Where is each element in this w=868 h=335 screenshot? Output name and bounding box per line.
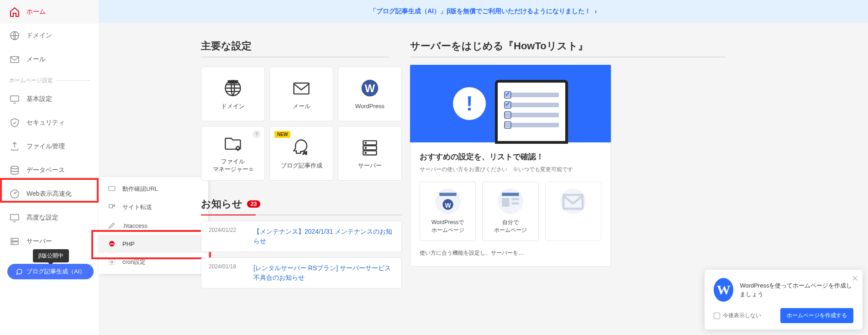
sidebar-item-label: データベース — [26, 166, 65, 174]
notice-item[interactable]: 2024/01/22 【メンテナンス】2024/1/31 メンテナンスのお知らせ — [201, 221, 402, 252]
sidebar-item-label: Web表示高速化 — [26, 190, 72, 198]
page-icon — [498, 188, 523, 214]
sidebar-item-label: セキュリティ — [26, 119, 65, 127]
server-icon — [360, 137, 380, 157]
svg-rect-5 — [11, 215, 19, 220]
sidebar-item-label: ドメイン — [26, 31, 52, 40]
sidebar-section: ホームページ設定 — [0, 71, 99, 87]
notice-item[interactable]: 2024/01/18 [レンタルサーバー RSプラン] サーバーサービス不具合の… — [201, 257, 402, 288]
notice-date: 2024/01/22 — [209, 227, 244, 246]
server-icon — [9, 236, 20, 247]
sidebar: ホーム ドメイン メール ホームページ設定 基本設定 セキュリティ ファイル管理… — [0, 0, 99, 335]
notice-heading: お知らせ 23 — [201, 197, 402, 211]
svg-rect-17 — [294, 83, 309, 94]
www-globe-icon: WWW — [223, 78, 243, 98]
tile-label: ブログ記事作成 — [281, 162, 322, 170]
tile-label: ファイル マネージャー⧉ — [213, 158, 253, 173]
banner-text: 「ブログ記事生成（AI）」β版を無償でご利用いただけるようになりました！ — [370, 7, 591, 16]
sidebar-item-speed[interactable]: Web表示高速化 — [0, 182, 99, 206]
ai-head-icon: AI — [291, 137, 311, 157]
svg-rect-6 — [11, 238, 18, 241]
svg-rect-7 — [11, 242, 18, 245]
sidebar-item-label: 高度な設定 — [26, 214, 58, 222]
sidebar-item-advanced[interactable]: 高度な設定 — [0, 206, 99, 230]
sidebar-item-basic[interactable]: 基本設定 — [0, 87, 99, 111]
beta-button-label: ブログ記事生成（AI） — [26, 267, 85, 276]
sidebar-item-domain[interactable]: ドメイン — [0, 24, 99, 47]
checkbox-icon — [714, 313, 720, 319]
svg-point-8 — [13, 240, 13, 240]
notice-title: お知らせ — [201, 197, 242, 211]
sidebar-item-security[interactable]: セキュリティ — [0, 111, 99, 135]
svg-point-20 — [236, 147, 239, 150]
checkbox-label: 今後表示しない — [723, 312, 761, 319]
sidebar-item-label: メール — [26, 55, 46, 63]
wordpress-popup: × W WordPressを使ってホームページを作成しましょう 今後表示しない … — [705, 270, 863, 330]
tile-mail[interactable]: メール — [269, 67, 333, 121]
beta-tooltip: β版公開中 — [33, 249, 69, 262]
wordpress-icon: W — [435, 188, 461, 214]
sidebar-item-home[interactable]: ホーム — [0, 0, 99, 24]
svg-rect-2 — [11, 96, 19, 101]
notice-date: 2024/01/18 — [209, 263, 244, 283]
tile-label: メール — [293, 103, 310, 110]
wordpress-icon: W — [360, 78, 380, 98]
speed-icon — [9, 188, 20, 199]
popup-text: WordPressを使ってホームページを作成しましょう — [740, 281, 853, 299]
tile-grid: WWW ドメイン メール W WordPress ? ファイル マネージャー⧉ … — [201, 67, 402, 181]
chevron-right-icon: › — [594, 8, 597, 15]
svg-text:W: W — [445, 202, 451, 209]
svg-rect-31 — [502, 193, 519, 196]
mail-icon — [9, 54, 20, 65]
mail-icon — [560, 188, 586, 214]
sidebar-item-database[interactable]: データベース — [0, 158, 99, 182]
option-mail[interactable] — [545, 182, 601, 241]
option-row: W WordPressで ホームページ 自分で ホームページ — [420, 182, 601, 241]
create-homepage-button[interactable]: ホームページを作成する — [780, 308, 853, 323]
svg-rect-32 — [502, 198, 509, 207]
svg-text:AI: AI — [303, 150, 307, 155]
folder-gear-icon — [223, 133, 243, 153]
option-wordpress[interactable]: W WordPressで ホームページ — [420, 182, 476, 241]
howto-footnote: 使い方に合う機能を設定し、サーバーを… — [420, 249, 601, 257]
mail-icon — [291, 78, 311, 98]
exclamation-icon: ! — [453, 87, 486, 120]
svg-point-9 — [13, 243, 13, 244]
howto-hero: ! — [410, 65, 611, 142]
tile-wordpress[interactable]: W WordPress — [338, 67, 402, 121]
upload-icon — [9, 141, 20, 152]
sidebar-item-label: ファイル管理 — [26, 142, 65, 151]
tile-label: ドメイン — [221, 103, 245, 110]
help-icon[interactable]: ? — [253, 130, 261, 138]
sidebar-item-file[interactable]: ファイル管理 — [0, 135, 99, 158]
howto-subtitle: おすすめの設定を、リストで確認！ — [420, 152, 601, 162]
database-icon — [9, 165, 20, 176]
wordpress-icon: W — [714, 278, 733, 302]
section-heading: サーバーをはじめる『HowToリスト』 — [410, 39, 588, 57]
tile-filemanager[interactable]: ? ファイル マネージャー⧉ — [201, 126, 265, 181]
dont-show-checkbox[interactable]: 今後表示しない — [714, 312, 761, 319]
external-icon: ⧉ — [249, 167, 253, 172]
tile-blog-ai[interactable]: NEW AI ブログ記事作成 — [269, 126, 333, 181]
notice-count-badge: 23 — [247, 200, 260, 208]
svg-rect-1 — [11, 57, 19, 63]
svg-text:W: W — [365, 82, 375, 94]
svg-point-27 — [365, 152, 366, 153]
svg-text:WWW: WWW — [228, 80, 238, 84]
new-badge: NEW — [274, 131, 290, 138]
beta-button[interactable]: ブログ記事生成（AI） — [7, 264, 94, 279]
svg-rect-28 — [439, 193, 456, 196]
checklist-graphic — [495, 80, 568, 144]
svg-point-3 — [11, 166, 18, 169]
howto-body: おすすめの設定を、リストで確認！ サーバーの使い方をお選びください ※いつでも変… — [410, 142, 611, 267]
monitor-icon — [9, 94, 20, 105]
tile-domain[interactable]: WWW ドメイン — [201, 67, 265, 121]
howto-desc: サーバーの使い方をお選びください ※いつでも変更可能です — [420, 166, 601, 173]
close-icon[interactable]: × — [852, 272, 858, 284]
sidebar-item-mail[interactable]: メール — [0, 47, 99, 71]
announcement-banner[interactable]: 「ブログ記事生成（AI）」β版を無償でご利用いただけるようになりました！ › — [99, 0, 868, 23]
sidebar-item-label: サーバー — [26, 237, 52, 246]
option-self[interactable]: 自分で ホームページ — [482, 182, 538, 241]
tile-server[interactable]: サーバー — [338, 126, 402, 181]
notice-link: [レンタルサーバー RSプラン] サーバーサービス不具合のお知らせ — [253, 263, 394, 283]
